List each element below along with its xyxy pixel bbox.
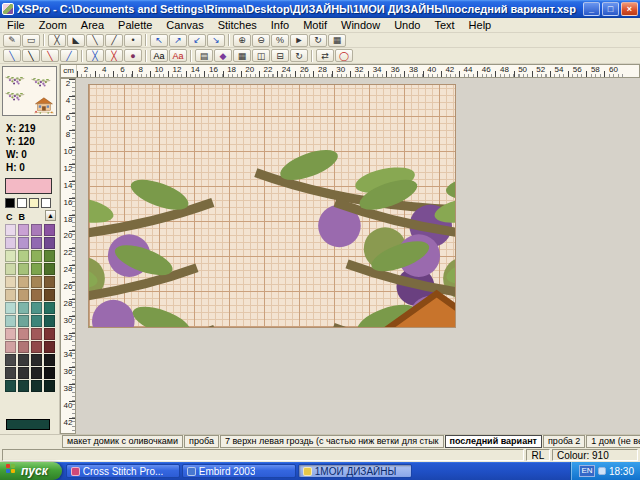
start-button[interactable]: пуск bbox=[0, 462, 62, 480]
palette-swatch[interactable] bbox=[31, 289, 42, 301]
palette-swatch[interactable] bbox=[44, 367, 55, 379]
palette-swatch[interactable] bbox=[18, 276, 29, 288]
palette-swatch[interactable] bbox=[44, 237, 55, 249]
full-stitch-tool-icon[interactable]: ╳ bbox=[48, 34, 66, 47]
palette-scroll-up-button[interactable]: ▲ bbox=[45, 210, 56, 221]
taskbar-button-1[interactable]: Embird 2003 bbox=[182, 464, 296, 478]
text-tool-icon[interactable]: Aa bbox=[150, 49, 168, 62]
palette-swatch[interactable] bbox=[18, 328, 29, 340]
no-color-icon[interactable]: ◯ bbox=[335, 49, 353, 62]
cross-blue-icon[interactable]: ╳ bbox=[86, 49, 104, 62]
palette-swatch[interactable] bbox=[5, 237, 16, 249]
palette-swatch[interactable] bbox=[44, 341, 55, 353]
half-stitch-tool-icon[interactable]: ╲ bbox=[86, 34, 104, 47]
palette-swatch[interactable] bbox=[31, 224, 42, 236]
menu-item-motif[interactable]: Motif bbox=[296, 18, 334, 32]
palette-swatch[interactable] bbox=[31, 315, 42, 327]
palette-swatch[interactable] bbox=[18, 224, 29, 236]
stitch-canvas[interactable] bbox=[88, 84, 456, 328]
menu-item-window[interactable]: Window bbox=[334, 18, 387, 32]
palette-swatch[interactable] bbox=[44, 276, 55, 288]
palette-swatch[interactable] bbox=[18, 341, 29, 353]
eraser-tool-icon[interactable]: ▭ bbox=[22, 34, 40, 47]
palette-swatch[interactable] bbox=[18, 354, 29, 366]
palette-swatch[interactable] bbox=[18, 237, 29, 249]
design-tab-1[interactable]: проба bbox=[184, 435, 219, 448]
three-quarter-stitch-tool-icon[interactable]: ◣ bbox=[67, 34, 85, 47]
pencil-tool-icon[interactable]: ✎ bbox=[3, 34, 21, 47]
arrow-sw-tool-icon[interactable]: ↙ bbox=[188, 34, 206, 47]
menu-item-area[interactable]: Area bbox=[74, 18, 111, 32]
menu-item-canvas[interactable]: Canvas bbox=[159, 18, 210, 32]
palette-swatch[interactable] bbox=[5, 224, 16, 236]
backstitch-medium-icon[interactable]: ╲ bbox=[22, 49, 40, 62]
palette-swatch[interactable] bbox=[31, 276, 42, 288]
taskbar-button-0[interactable]: Cross Stitch Pro... bbox=[66, 464, 180, 478]
palette-swatch[interactable] bbox=[5, 289, 16, 301]
palette-swatch[interactable] bbox=[18, 315, 29, 327]
palette-swatch[interactable] bbox=[5, 315, 16, 327]
menu-item-palette[interactable]: Palette bbox=[111, 18, 159, 32]
palette-swatch[interactable] bbox=[44, 250, 55, 262]
french-knot-tool-icon[interactable]: • bbox=[124, 34, 142, 47]
grid-options-icon[interactable]: ▦ bbox=[233, 49, 251, 62]
motif-tool-icon[interactable]: ◆ bbox=[214, 49, 232, 62]
palette-swatch[interactable] bbox=[5, 263, 16, 275]
palette-swatch[interactable] bbox=[31, 341, 42, 353]
grid-tool-icon[interactable]: ▦ bbox=[328, 34, 346, 47]
palette-swatch[interactable] bbox=[18, 289, 29, 301]
quarter-stitch-tool-icon[interactable]: ╱ bbox=[105, 34, 123, 47]
swap-colors-icon[interactable]: ⇄ bbox=[316, 49, 334, 62]
zoom-out-tool-icon[interactable]: ⊖ bbox=[252, 34, 270, 47]
taskbar-button-2[interactable]: 1МОИ ДИЗАЙНЫ bbox=[298, 464, 412, 478]
palette-swatch[interactable] bbox=[44, 263, 55, 275]
design-tab-4[interactable]: проба 2 bbox=[543, 435, 585, 448]
menu-item-stitches[interactable]: Stitches bbox=[211, 18, 264, 32]
palette-swatch[interactable] bbox=[31, 328, 42, 340]
menu-item-file[interactable]: File bbox=[0, 18, 32, 32]
palette-swatch[interactable] bbox=[31, 367, 42, 379]
quick-swatch[interactable] bbox=[5, 198, 15, 208]
palette-swatch[interactable] bbox=[5, 354, 16, 366]
pointer-tool-icon[interactable]: ► bbox=[290, 34, 308, 47]
palette-swatch[interactable] bbox=[31, 380, 42, 392]
palette-swatch[interactable] bbox=[5, 367, 16, 379]
mirror-h-icon[interactable]: ◫ bbox=[252, 49, 270, 62]
minimize-button[interactable]: _ bbox=[583, 2, 600, 16]
design-tab-3[interactable]: последний вариант bbox=[445, 435, 542, 448]
design-tab-2[interactable]: 7 верхн левая гроздь (с частью ниж ветки… bbox=[220, 435, 444, 448]
rotate-icon[interactable]: ↻ bbox=[290, 49, 308, 62]
knot-icon[interactable]: ● bbox=[124, 49, 142, 62]
palette-tool-icon[interactable]: ▤ bbox=[195, 49, 213, 62]
palette-swatch[interactable] bbox=[44, 224, 55, 236]
palette-swatch[interactable] bbox=[31, 250, 42, 262]
language-indicator[interactable]: EN bbox=[579, 465, 595, 477]
palette-swatch[interactable] bbox=[44, 328, 55, 340]
menu-item-undo[interactable]: Undo bbox=[387, 18, 427, 32]
maximize-button[interactable]: □ bbox=[602, 2, 619, 16]
palette-swatch[interactable] bbox=[31, 354, 42, 366]
menu-item-zoom[interactable]: Zoom bbox=[32, 18, 74, 32]
palette-swatch[interactable] bbox=[44, 302, 55, 314]
design-tab-5[interactable]: 1 дом (не весь для стыковки) bbox=[586, 435, 640, 448]
zoom-in-tool-icon[interactable]: ⊕ bbox=[233, 34, 251, 47]
arrow-nw-tool-icon[interactable]: ↖ bbox=[150, 34, 168, 47]
design-tab-0[interactable]: макет домик с оливочками bbox=[62, 435, 183, 448]
palette-swatch[interactable] bbox=[31, 237, 42, 249]
palette-swatch[interactable] bbox=[5, 328, 16, 340]
current-color-swatch[interactable] bbox=[5, 178, 52, 194]
palette-swatch[interactable] bbox=[18, 367, 29, 379]
palette-swatch[interactable] bbox=[18, 380, 29, 392]
palette-swatch[interactable] bbox=[18, 302, 29, 314]
mirror-v-icon[interactable]: ⊟ bbox=[271, 49, 289, 62]
palette-swatch[interactable] bbox=[18, 250, 29, 262]
cross-red-icon[interactable]: ╳ bbox=[105, 49, 123, 62]
palette-swatch[interactable] bbox=[18, 263, 29, 275]
quick-swatch[interactable] bbox=[29, 198, 39, 208]
palette-swatch[interactable] bbox=[5, 302, 16, 314]
design-preview[interactable] bbox=[2, 66, 57, 116]
quick-swatch[interactable] bbox=[17, 198, 27, 208]
palette-swatch[interactable] bbox=[44, 380, 55, 392]
palette-swatch[interactable] bbox=[44, 354, 55, 366]
arrow-se-tool-icon[interactable]: ↘ bbox=[207, 34, 225, 47]
